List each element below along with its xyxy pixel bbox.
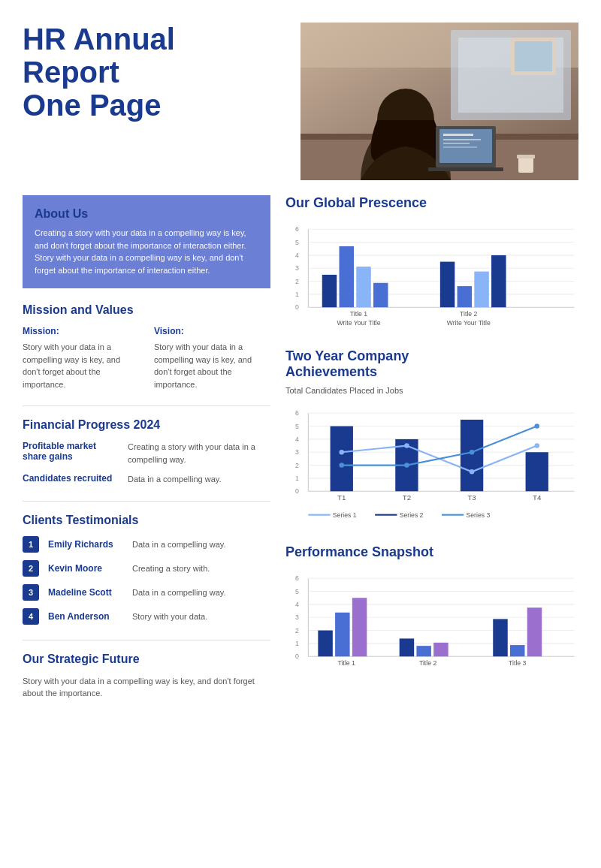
svg-rect-102 <box>352 598 367 656</box>
two-year-subtitle: Total Candidates Placed in Jobs <box>285 386 578 395</box>
testimonial-name-1: Emily Richards <box>48 539 123 550</box>
svg-rect-38 <box>356 267 370 307</box>
svg-text:1: 1 <box>295 291 299 298</box>
svg-rect-109 <box>510 645 524 656</box>
divider-1 <box>23 405 270 406</box>
svg-rect-15 <box>443 146 477 148</box>
svg-rect-37 <box>340 246 354 307</box>
testimonial-row-3: 3 Madeline Scott Data in a compelling wa… <box>23 584 270 601</box>
svg-text:3: 3 <box>295 448 299 456</box>
svg-text:T3: T3 <box>467 493 476 502</box>
testimonial-text-2: Creating a story with. <box>132 564 210 573</box>
svg-text:0: 0 <box>295 653 299 660</box>
mission-values-section: Mission and Values Mission: Story with y… <box>23 303 270 390</box>
page-title: HR Annual Report One Page <box>23 23 190 122</box>
svg-rect-42 <box>440 262 455 308</box>
testimonial-num-2: 2 <box>23 560 39 577</box>
svg-text:5: 5 <box>295 239 299 246</box>
performance-section: Performance Snapshot 6 5 4 3 2 1 0 <box>285 544 578 683</box>
divider-3 <box>23 640 270 640</box>
two-year-title: Two Year CompanyAchievements <box>285 348 578 380</box>
testimonial-row-1: 1 Emily Richards Data in a compelling wa… <box>23 536 270 553</box>
vision-text: Story with your data in a compelling way… <box>154 341 270 390</box>
testimonial-row-4: 4 Ben Anderson Story with your data. <box>23 608 270 625</box>
fin-value-2: Data in a compelling way. <box>128 473 270 486</box>
svg-text:Series 1: Series 1 <box>333 511 357 519</box>
svg-rect-16 <box>428 167 503 171</box>
mv-grid: Mission: Story with your data in a compe… <box>23 326 270 390</box>
strategic-section: Our Strategic Future Story with your dat… <box>23 653 270 700</box>
svg-text:6: 6 <box>295 574 299 582</box>
svg-text:4: 4 <box>295 252 299 259</box>
svg-rect-65 <box>461 420 483 491</box>
svg-rect-20 <box>515 41 552 71</box>
testimonial-num-1: 1 <box>23 536 39 553</box>
office-scene-svg <box>300 23 578 180</box>
svg-rect-39 <box>373 283 388 307</box>
svg-point-71 <box>340 463 344 467</box>
svg-rect-18 <box>517 155 535 158</box>
global-presence-title: Our Global Prescence <box>285 195 578 211</box>
svg-point-70 <box>534 443 539 448</box>
svg-text:T1: T1 <box>337 493 346 502</box>
svg-text:2: 2 <box>295 278 299 285</box>
vision-item: Vision: Story with your data in a compel… <box>154 326 270 390</box>
svg-text:Title 1: Title 1 <box>350 310 367 318</box>
vision-label: Vision: <box>154 326 270 336</box>
mission-item: Mission: Story with your data in a compe… <box>23 326 139 390</box>
svg-text:Title 2: Title 2 <box>419 659 436 667</box>
svg-text:1: 1 <box>295 475 299 482</box>
svg-rect-36 <box>322 275 337 307</box>
svg-rect-101 <box>335 612 349 656</box>
financial-section: Financial Progress 2024 Profitable marke… <box>23 418 270 486</box>
svg-point-74 <box>534 423 539 428</box>
svg-text:6: 6 <box>295 409 299 417</box>
svg-text:T2: T2 <box>403 493 411 502</box>
svg-text:3: 3 <box>295 264 299 272</box>
svg-text:T4: T4 <box>533 493 542 502</box>
testimonial-row-2: 2 Kevin Moore Creating a story with. <box>23 560 270 577</box>
testimonial-name-4: Ben Anderson <box>48 611 123 622</box>
svg-text:Title 3: Title 3 <box>509 659 526 667</box>
svg-rect-17 <box>518 156 533 173</box>
svg-text:Series 2: Series 2 <box>400 511 424 519</box>
testimonial-text-4: Story with your data. <box>132 612 207 621</box>
global-presence-chart: 6 5 4 3 2 1 0 <box>285 217 578 331</box>
svg-rect-63 <box>331 426 353 491</box>
testimonials-section: Clients Testimonials 1 Emily Richards Da… <box>23 514 270 625</box>
svg-text:0: 0 <box>295 303 299 311</box>
svg-rect-45 <box>491 255 506 307</box>
fin-row-1: Profitable market share gains Creating a… <box>23 441 270 466</box>
svg-text:Title 1: Title 1 <box>338 659 355 667</box>
svg-rect-12 <box>443 134 473 136</box>
svg-rect-105 <box>416 646 430 656</box>
testimonial-text-1: Data in a compelling way. <box>132 540 226 549</box>
svg-rect-100 <box>318 630 332 656</box>
header: HR Annual Report One Page <box>23 23 578 180</box>
strategic-text: Story with your data in a compelling way… <box>23 675 270 700</box>
about-us-section: About Us Creating a story with your data… <box>23 195 270 288</box>
svg-text:5: 5 <box>295 422 299 429</box>
about-us-title: About Us <box>35 207 258 221</box>
right-column: Our Global Prescence 6 5 4 3 2 1 0 <box>285 195 578 700</box>
fin-label-1: Profitable market share gains <box>23 441 113 466</box>
testimonial-num-4: 4 <box>23 608 39 625</box>
main-content: About Us Creating a story with your data… <box>23 195 578 700</box>
svg-rect-104 <box>400 638 414 656</box>
svg-rect-110 <box>527 607 542 656</box>
svg-text:6: 6 <box>295 225 299 233</box>
left-column: About Us Creating a story with your data… <box>23 195 270 700</box>
svg-text:Series 3: Series 3 <box>466 511 490 519</box>
page: HR Annual Report One Page <box>0 0 601 722</box>
svg-point-67 <box>340 450 344 454</box>
performance-title: Performance Snapshot <box>285 544 578 560</box>
svg-text:2: 2 <box>295 461 299 469</box>
strategic-title: Our Strategic Future <box>23 653 270 666</box>
svg-rect-13 <box>443 139 481 140</box>
svg-point-72 <box>404 463 409 467</box>
two-year-section: Two Year CompanyAchievements Total Candi… <box>285 348 578 529</box>
svg-rect-106 <box>433 642 448 656</box>
svg-text:5: 5 <box>295 587 299 595</box>
testimonial-num-3: 3 <box>23 584 39 601</box>
svg-text:4: 4 <box>295 601 299 608</box>
